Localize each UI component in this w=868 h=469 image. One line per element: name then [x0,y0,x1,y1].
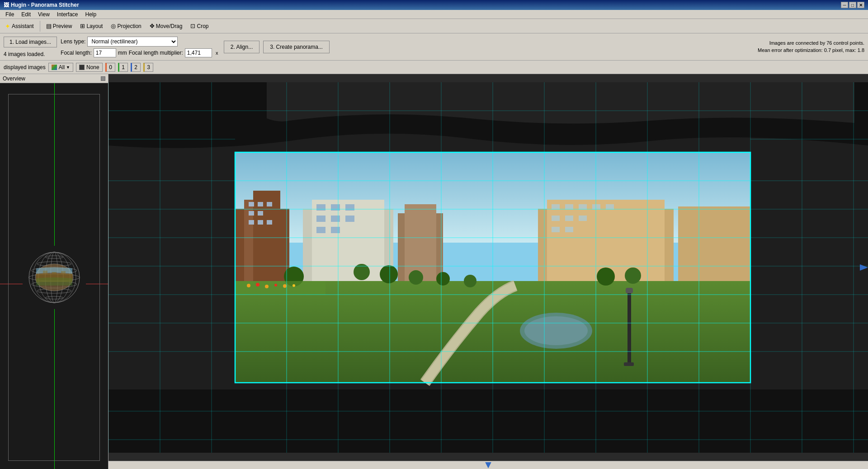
svg-rect-48 [579,204,587,210]
toolbar-sep-1 [40,21,40,32]
panorama-svg [108,74,868,461]
svg-rect-76 [624,362,634,366]
svg-point-71 [274,284,277,286]
movedrag-button[interactable]: ✥ Move/Drag [146,21,186,31]
svg-rect-34 [331,204,340,211]
lens-group: Lens type: Normal (rectilinear) Focal le… [61,37,220,57]
preview-button[interactable]: ▤ Preview [43,21,75,31]
sidebar: Overview [0,74,108,469]
none-label: None [86,64,99,70]
projection-icon: ◎ [111,23,116,29]
overview-title: Overview [3,75,25,82]
image-2-button[interactable]: 2 [131,63,141,72]
layout-icon: ⊞ [80,23,85,29]
overview-canvas [0,83,108,469]
svg-point-62 [409,270,423,285]
load-images-button[interactable]: 1. Load images... [4,37,57,47]
assistant-button[interactable]: ✦ Assistant [2,21,37,32]
h-scrollbar[interactable] [108,461,868,469]
menu-view[interactable]: View [34,10,53,19]
svg-rect-53 [579,216,587,221]
overview-globe [23,246,86,309]
svg-point-58 [524,316,588,345]
assistant-icon: ✦ [5,23,10,30]
svg-rect-35 [345,204,354,211]
overview-frame [8,94,100,461]
layout-button[interactable]: ⊞ Layout [77,21,106,31]
layout-label: Layout [86,23,103,29]
maximize-button[interactable]: □ [849,2,856,8]
svg-rect-39 [316,227,326,233]
image-1-label: 1 [122,64,125,70]
svg-point-63 [436,272,450,286]
image-3-button[interactable]: 3 [143,63,153,72]
svg-rect-17 [108,389,868,453]
svg-point-72 [283,284,287,288]
lens-type-label: Lens type: [61,38,85,45]
preview-area[interactable] [108,74,868,469]
multiplier-label: Focal length multiplier: [129,50,183,56]
align-button[interactable]: 2. Align... [224,41,259,53]
preview-canvas [108,74,868,461]
svg-rect-27 [258,211,263,216]
menu-help[interactable]: Help [82,10,100,19]
svg-rect-40 [331,227,340,233]
title-bar-left: 🖼 Hugin - Panorama Stitcher [4,2,79,8]
focal-length-label: Focal length: [61,50,92,56]
multiplier-clear-button[interactable]: x [214,50,220,56]
svg-rect-47 [565,204,573,210]
multiplier-input[interactable]: 1,471 [185,48,212,57]
status-info: Images are connected by 76 control point… [758,40,864,54]
overview-header: Overview [0,74,108,83]
svg-point-66 [625,267,641,284]
svg-rect-50 [606,204,614,210]
minimize-button[interactable]: ─ [841,2,848,8]
none-images-button[interactable]: None [76,63,103,72]
menu-file[interactable]: File [2,10,18,19]
svg-rect-25 [267,202,272,206]
menu-interface[interactable]: Interface [53,10,82,19]
image-0-label: 0 [109,64,112,70]
all-dropdown-icon: ▼ [66,65,70,70]
crop-label: Crop [197,23,208,29]
svg-rect-55 [565,227,573,232]
projection-button[interactable]: ◎ Projection [108,21,144,31]
menu-edit[interactable]: Edit [18,10,34,19]
all-images-button[interactable]: All ▼ [48,63,73,72]
title-bar-controls: ─ □ ✕ [841,2,864,8]
svg-point-69 [256,283,259,286]
svg-rect-26 [249,211,254,216]
all-label: All [59,64,65,70]
image-3-label: 3 [147,64,150,70]
image-2-label: 2 [134,64,137,70]
svg-rect-75 [626,288,633,293]
svg-point-70 [265,285,269,288]
preview-label: Preview [53,23,72,29]
svg-rect-37 [331,216,340,222]
images-bar: displayed images All ▼ None 0 1 2 3 [0,61,868,74]
preview-icon: ▤ [46,23,52,29]
controls-bar: 1. Load images... 4 images loaded. Lens … [0,33,868,61]
movedrag-label: Move/Drag [156,23,183,29]
lens-type-row: Lens type: Normal (rectilinear) [61,37,220,47]
image-0-button[interactable]: 0 [105,63,115,72]
h-scroll-thumb[interactable] [485,462,491,469]
image-1-button[interactable]: 1 [118,63,128,72]
svg-rect-28 [249,220,254,225]
overview-collapse-button[interactable] [101,76,105,81]
focal-length-unit: mm [118,50,127,56]
svg-rect-52 [565,216,573,221]
svg-point-61 [380,265,398,283]
svg-rect-46 [552,204,560,210]
displayed-images-label: displayed images [4,64,46,70]
lens-type-select[interactable]: Normal (rectilinear) [87,37,178,47]
none-color-icon [79,65,85,70]
title-bar: 🖼 Hugin - Panorama Stitcher ─ □ ✕ [0,0,868,10]
create-panorama-button[interactable]: 3. Create panorama... [263,41,330,53]
focal-length-input[interactable]: 17 [94,48,116,57]
close-button[interactable]: ✕ [857,2,864,8]
svg-point-65 [597,267,615,286]
svg-rect-29 [258,220,263,225]
status-line-2: Mean error after optimization: 0.7 pixel… [758,47,864,54]
crop-button[interactable]: ⊡ Crop [187,21,212,31]
